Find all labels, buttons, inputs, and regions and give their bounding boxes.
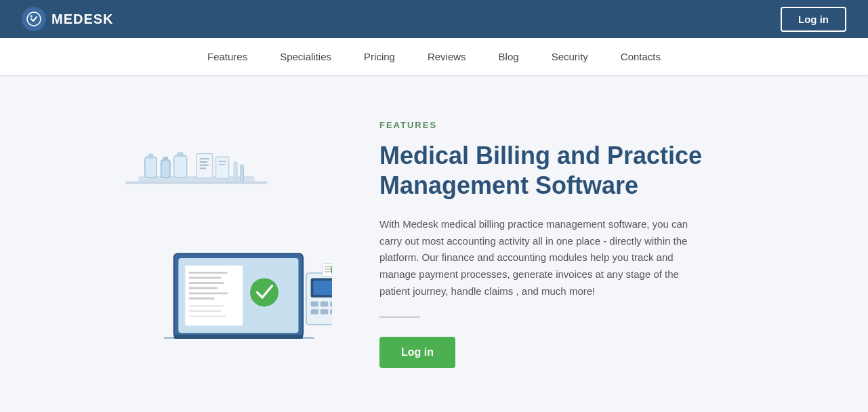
nav-link-specialities[interactable]: Specialities — [280, 51, 331, 62]
nav-link-contacts[interactable]: Contacts — [621, 51, 661, 62]
nav-item-features[interactable]: Features — [207, 51, 247, 63]
svg-rect-40 — [330, 302, 332, 307]
svg-rect-5 — [148, 154, 154, 159]
svg-rect-48 — [325, 268, 331, 270]
nav-link-features[interactable]: Features — [207, 51, 247, 62]
nav-link-reviews[interactable]: Reviews — [428, 51, 466, 62]
nav-item-reviews[interactable]: Reviews — [428, 51, 466, 63]
hero-title: Medical Billing and Practice Management … — [379, 141, 705, 199]
main-content: FEATURES Medical Billing and Practice Ma… — [0, 76, 868, 412]
top-login-button[interactable]: Log in — [781, 7, 846, 32]
svg-rect-23 — [189, 272, 228, 274]
svg-rect-18 — [234, 162, 237, 182]
divider — [379, 316, 420, 318]
svg-rect-44 — [330, 309, 332, 314]
logo-text: MEDESK — [51, 12, 114, 27]
svg-point-1 — [30, 15, 33, 18]
svg-rect-24 — [189, 277, 222, 279]
svg-rect-17 — [218, 164, 225, 165]
hero-illustration — [61, 149, 332, 339]
svg-rect-47 — [325, 266, 332, 267]
main-navigation: Features Specialities Pricing Reviews Bl… — [0, 38, 868, 76]
svg-rect-49 — [325, 271, 332, 272]
svg-rect-8 — [174, 156, 187, 178]
svg-rect-42 — [311, 309, 318, 314]
svg-rect-27 — [189, 292, 228, 294]
svg-rect-28 — [189, 297, 215, 300]
nav-item-pricing[interactable]: Pricing — [364, 51, 395, 63]
nav-links-list: Features Specialities Pricing Reviews Bl… — [207, 51, 661, 63]
svg-rect-26 — [189, 287, 218, 289]
svg-rect-16 — [218, 161, 226, 162]
svg-rect-29 — [189, 305, 224, 306]
svg-rect-15 — [216, 157, 229, 178]
nav-link-pricing[interactable]: Pricing — [364, 51, 395, 62]
svg-point-32 — [250, 278, 278, 306]
svg-rect-11 — [200, 158, 209, 159]
svg-rect-39 — [321, 302, 328, 307]
svg-rect-3 — [125, 182, 268, 184]
svg-rect-25 — [189, 282, 224, 284]
hero-text-area: FEATURES Medical Billing and Practice Ma… — [379, 120, 705, 367]
nav-item-blog[interactable]: Blog — [499, 51, 519, 63]
svg-rect-13 — [200, 165, 209, 166]
nav-item-specialities[interactable]: Specialities — [280, 51, 331, 63]
svg-rect-34 — [174, 335, 303, 339]
svg-rect-31 — [189, 316, 226, 317]
svg-rect-38 — [311, 302, 318, 307]
svg-rect-30 — [189, 310, 222, 312]
top-navigation: MEDESK Log in — [0, 0, 868, 38]
svg-point-0 — [27, 12, 41, 26]
nav-item-security[interactable]: Security — [552, 51, 588, 63]
logo-area: MEDESK — [22, 7, 114, 31]
svg-rect-9 — [177, 152, 184, 157]
svg-rect-19 — [241, 165, 244, 182]
hero-login-button[interactable]: Log in — [379, 337, 455, 368]
nav-link-security[interactable]: Security — [552, 51, 588, 62]
illustration-area — [54, 149, 339, 339]
features-label: FEATURES — [379, 120, 705, 130]
svg-rect-12 — [200, 161, 207, 163]
svg-rect-6 — [161, 160, 170, 178]
svg-rect-14 — [200, 168, 207, 169]
svg-rect-7 — [163, 157, 168, 161]
logo-icon — [22, 7, 46, 31]
hero-description: With Medesk medical billing practice man… — [379, 216, 705, 300]
nav-link-blog[interactable]: Blog — [499, 51, 519, 62]
svg-rect-43 — [321, 309, 328, 314]
nav-item-contacts[interactable]: Contacts — [621, 51, 661, 63]
svg-rect-4 — [145, 157, 157, 177]
svg-rect-37 — [313, 281, 332, 295]
